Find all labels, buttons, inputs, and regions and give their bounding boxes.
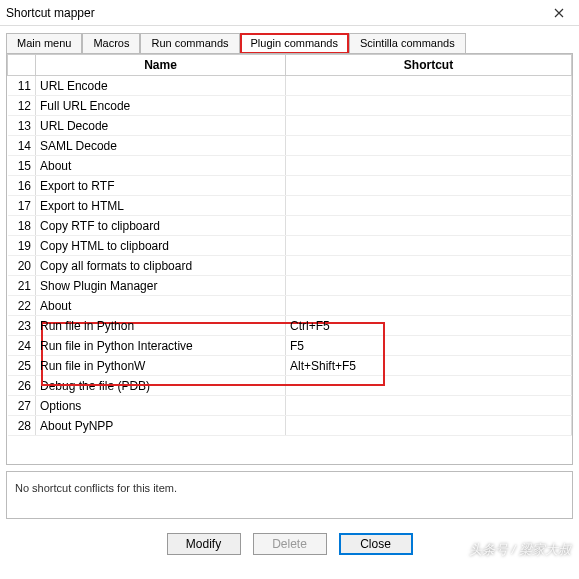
- header-num[interactable]: [8, 55, 36, 76]
- table-row[interactable]: 14SAML Decode: [8, 136, 572, 156]
- row-name: About PyNPP: [36, 416, 286, 436]
- titlebar: Shortcut mapper: [0, 0, 579, 26]
- row-num: 17: [8, 196, 36, 216]
- row-num: 12: [8, 96, 36, 116]
- table-row[interactable]: 11URL Encode: [8, 76, 572, 96]
- row-name: Copy RTF to clipboard: [36, 216, 286, 236]
- table-row[interactable]: 12Full URL Encode: [8, 96, 572, 116]
- row-shortcut: [286, 216, 572, 236]
- tab-plugin-commands[interactable]: Plugin commands: [240, 33, 349, 54]
- row-shortcut: Alt+Shift+F5: [286, 356, 572, 376]
- row-shortcut: [286, 256, 572, 276]
- row-name: Export to RTF: [36, 176, 286, 196]
- close-icon[interactable]: [539, 2, 579, 24]
- header-shortcut[interactable]: Shortcut: [286, 55, 572, 76]
- row-num: 13: [8, 116, 36, 136]
- table-row[interactable]: 26Debug the file (PDB): [8, 376, 572, 396]
- tab-main-menu[interactable]: Main menu: [6, 33, 82, 54]
- row-name: About: [36, 296, 286, 316]
- row-name: About: [36, 156, 286, 176]
- row-num: 28: [8, 416, 36, 436]
- row-shortcut: [286, 176, 572, 196]
- row-shortcut: [286, 236, 572, 256]
- row-name: Run file in Python: [36, 316, 286, 336]
- table-row[interactable]: 27Options: [8, 396, 572, 416]
- row-num: 26: [8, 376, 36, 396]
- row-name: Copy all formats to clipboard: [36, 256, 286, 276]
- table-scroll[interactable]: Name Shortcut 11URL Encode12Full URL Enc…: [7, 54, 572, 464]
- row-shortcut: F5: [286, 336, 572, 356]
- row-num: 20: [8, 256, 36, 276]
- row-num: 19: [8, 236, 36, 256]
- row-name: Debug the file (PDB): [36, 376, 286, 396]
- row-shortcut: [286, 116, 572, 136]
- row-name: Export to HTML: [36, 196, 286, 216]
- table-row[interactable]: 19Copy HTML to clipboard: [8, 236, 572, 256]
- table-row[interactable]: 28About PyNPP: [8, 416, 572, 436]
- row-name: URL Decode: [36, 116, 286, 136]
- conflicts-panel: No shortcut conflicts for this item.: [6, 471, 573, 519]
- header-name[interactable]: Name: [36, 55, 286, 76]
- row-num: 27: [8, 396, 36, 416]
- row-num: 25: [8, 356, 36, 376]
- row-num: 18: [8, 216, 36, 236]
- tab-macros[interactable]: Macros: [82, 33, 140, 54]
- row-name: Copy HTML to clipboard: [36, 236, 286, 256]
- tab-scintilla-commands[interactable]: Scintilla commands: [349, 33, 466, 54]
- row-num: 24: [8, 336, 36, 356]
- table-row[interactable]: 25Run file in PythonWAlt+Shift+F5: [8, 356, 572, 376]
- row-shortcut: [286, 76, 572, 96]
- delete-button: Delete: [253, 533, 327, 555]
- table-row[interactable]: 23Run file in PythonCtrl+F5: [8, 316, 572, 336]
- row-shortcut: [286, 276, 572, 296]
- row-num: 11: [8, 76, 36, 96]
- row-name: Show Plugin Manager: [36, 276, 286, 296]
- table-row[interactable]: 15About: [8, 156, 572, 176]
- row-name: URL Encode: [36, 76, 286, 96]
- row-shortcut: [286, 396, 572, 416]
- row-name: Run file in Python Interactive: [36, 336, 286, 356]
- shortcut-table-container: Name Shortcut 11URL Encode12Full URL Enc…: [6, 53, 573, 465]
- table-row[interactable]: 24Run file in Python InteractiveF5: [8, 336, 572, 356]
- close-button[interactable]: Close: [339, 533, 413, 555]
- table-row[interactable]: 18Copy RTF to clipboard: [8, 216, 572, 236]
- table-row[interactable]: 17Export to HTML: [8, 196, 572, 216]
- row-shortcut: [286, 296, 572, 316]
- row-name: SAML Decode: [36, 136, 286, 156]
- button-row: Modify Delete Close: [0, 525, 579, 555]
- row-num: 14: [8, 136, 36, 156]
- row-shortcut: [286, 96, 572, 116]
- row-shortcut: [286, 156, 572, 176]
- table-row[interactable]: 20Copy all formats to clipboard: [8, 256, 572, 276]
- row-num: 15: [8, 156, 36, 176]
- row-num: 22: [8, 296, 36, 316]
- shortcut-table: Name Shortcut 11URL Encode12Full URL Enc…: [7, 54, 572, 436]
- table-row[interactable]: 16Export to RTF: [8, 176, 572, 196]
- row-shortcut: [286, 136, 572, 156]
- window-title: Shortcut mapper: [6, 6, 95, 20]
- row-name: Options: [36, 396, 286, 416]
- row-num: 21: [8, 276, 36, 296]
- row-name: Full URL Encode: [36, 96, 286, 116]
- row-name: Run file in PythonW: [36, 356, 286, 376]
- row-shortcut: Ctrl+F5: [286, 316, 572, 336]
- row-num: 23: [8, 316, 36, 336]
- table-row[interactable]: 13URL Decode: [8, 116, 572, 136]
- row-shortcut: [286, 416, 572, 436]
- tab-run-commands[interactable]: Run commands: [140, 33, 239, 54]
- row-num: 16: [8, 176, 36, 196]
- table-row[interactable]: 21Show Plugin Manager: [8, 276, 572, 296]
- row-shortcut: [286, 196, 572, 216]
- tabs: Main menu Macros Run commands Plugin com…: [0, 26, 579, 53]
- modify-button[interactable]: Modify: [167, 533, 241, 555]
- row-shortcut: [286, 376, 572, 396]
- table-row[interactable]: 22About: [8, 296, 572, 316]
- conflicts-message: No shortcut conflicts for this item.: [15, 482, 177, 494]
